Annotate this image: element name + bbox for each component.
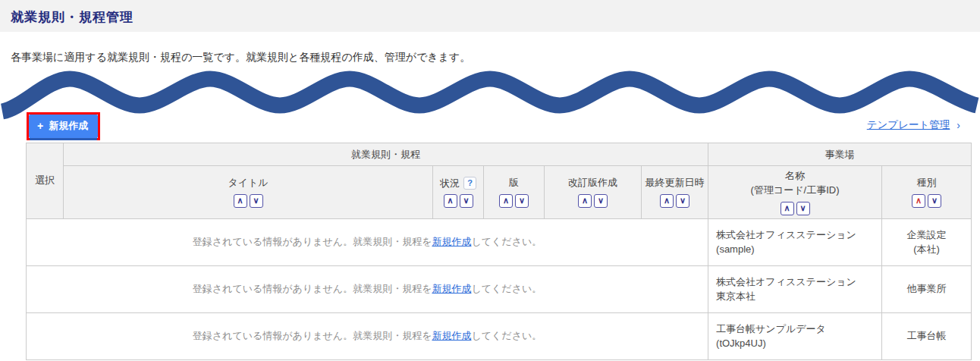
empty-message-cell: 登録されている情報がありません。就業規則・規程を新規作成してください。 xyxy=(27,265,708,312)
workplace-type-cell: 企業設定 (本社) xyxy=(882,218,972,265)
empty-message-cell: 登録されている情報がありません。就業規則・規程を新規作成してください。 xyxy=(27,218,708,265)
title-bar xyxy=(0,0,980,32)
sort-asc-button[interactable]: ∧ xyxy=(781,202,794,215)
page-title: 就業規則・規程管理 xyxy=(11,8,133,26)
column-header-revision: 改訂版作成 ∧ ∨ xyxy=(545,166,642,219)
chevron-right-icon: › xyxy=(956,120,960,130)
workplace-name-cell: 株式会社オフィスステーション (sample) xyxy=(708,218,882,265)
sort-asc-button[interactable]: ∧ xyxy=(499,194,513,208)
column-header-last-updated: 最終更新日時 ∧ ∨ xyxy=(642,166,708,219)
sort-desc-button[interactable]: ∨ xyxy=(928,194,941,208)
template-management-link[interactable]: テンプレート管理 xyxy=(867,118,950,132)
create-new-button[interactable]: + 新規作成 xyxy=(29,115,98,138)
sort-desc-button[interactable]: ∨ xyxy=(594,194,608,208)
sort-asc-button-active[interactable]: ∧ xyxy=(912,194,925,208)
workplace-name-cell: 株式会社オフィスステーション 東京本社 xyxy=(708,265,882,312)
workplace-type-cell: 工事台帳 xyxy=(882,312,972,359)
page-description: 各事業場に適用する就業規則・規程の一覧です。就業規則と各種規程の作成、管理ができ… xyxy=(11,51,470,64)
group-header-rules: 就業規則・規程 xyxy=(64,143,708,166)
page: 就業規則・規程管理 各事業場に適用する就業規則・規程の一覧です。就業規則と各種規… xyxy=(0,0,980,361)
sort-desc-button[interactable]: ∨ xyxy=(676,194,689,208)
table-row: 登録されている情報がありません。就業規則・規程を新規作成してください。 工事台帳… xyxy=(27,312,972,359)
column-header-name: 名称 (管理コード/工事ID) ∧ ∨ xyxy=(708,166,882,219)
sort-asc-button[interactable]: ∧ xyxy=(660,194,674,208)
sort-asc-button[interactable]: ∧ xyxy=(234,194,247,208)
help-icon[interactable]: ? xyxy=(463,177,476,190)
sort-desc-button[interactable]: ∨ xyxy=(250,194,263,208)
workplace-name-cell: 工事台帳サンプルデータ (tOJkp4UJ) xyxy=(708,312,882,359)
sort-desc-button[interactable]: ∨ xyxy=(796,202,810,215)
sort-asc-button[interactable]: ∧ xyxy=(444,194,457,208)
empty-message-cell: 登録されている情報がありません。就業規則・規程を新規作成してください。 xyxy=(27,312,708,359)
column-header-status: 状況 ? ∧ ∨ xyxy=(433,166,484,219)
wave-annotation xyxy=(0,64,980,124)
sort-desc-button[interactable]: ∨ xyxy=(460,194,473,208)
create-new-link[interactable]: 新規作成 xyxy=(432,236,471,247)
rules-table: 選択 就業規則・規程 事業場 タイトル ∧ ∨ 状況 ? xyxy=(26,143,972,360)
group-header-workplace: 事業場 xyxy=(708,143,972,166)
highlight-annotation-box: + 新規作成 xyxy=(27,112,100,140)
plus-icon: + xyxy=(37,120,43,132)
workplace-type-cell: 他事業所 xyxy=(882,265,972,312)
create-new-link[interactable]: 新規作成 xyxy=(432,330,471,341)
column-header-select: 選択 xyxy=(27,143,64,219)
column-header-type: 種別 ∧ ∨ xyxy=(882,166,972,219)
template-management-row: テンプレート管理 › xyxy=(867,118,960,132)
sort-asc-button[interactable]: ∧ xyxy=(578,194,592,208)
column-header-version: 版 ∧ ∨ xyxy=(484,166,545,219)
table-row: 登録されている情報がありません。就業規則・規程を新規作成してください。 株式会社… xyxy=(27,265,972,312)
create-new-button-label: 新規作成 xyxy=(49,119,88,133)
sort-desc-button[interactable]: ∨ xyxy=(515,194,529,208)
create-new-link[interactable]: 新規作成 xyxy=(432,283,471,294)
table-row: 登録されている情報がありません。就業規則・規程を新規作成してください。 株式会社… xyxy=(27,218,972,265)
column-header-title: タイトル ∧ ∨ xyxy=(64,166,433,219)
